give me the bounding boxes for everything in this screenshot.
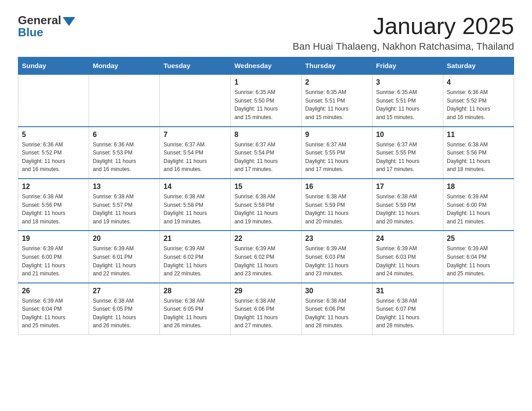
calendar-cell: 6Sunrise: 6:36 AMSunset: 5:53 PMDaylight… bbox=[89, 127, 160, 179]
calendar-cell: 28Sunrise: 6:38 AMSunset: 6:05 PMDayligh… bbox=[160, 283, 231, 335]
day-number: 22 bbox=[234, 235, 297, 243]
day-info: Sunrise: 6:38 AMSunset: 6:07 PMDaylight:… bbox=[376, 297, 439, 330]
calendar-cell: 4Sunrise: 6:36 AMSunset: 5:52 PMDaylight… bbox=[443, 74, 514, 126]
calendar-cell: 21Sunrise: 6:39 AMSunset: 6:02 PMDayligh… bbox=[160, 231, 231, 283]
calendar-cell: 11Sunrise: 6:38 AMSunset: 5:56 PMDayligh… bbox=[443, 127, 514, 179]
calendar-cell bbox=[160, 74, 231, 126]
day-number: 1 bbox=[234, 78, 297, 86]
day-info: Sunrise: 6:35 AMSunset: 5:50 PMDaylight:… bbox=[234, 88, 297, 121]
calendar-table: SundayMondayTuesdayWednesdayThursdayFrid… bbox=[18, 57, 514, 335]
calendar-cell: 30Sunrise: 6:38 AMSunset: 6:06 PMDayligh… bbox=[301, 283, 372, 335]
logo-triangle-icon bbox=[63, 17, 75, 26]
calendar-cell: 22Sunrise: 6:39 AMSunset: 6:02 PMDayligh… bbox=[231, 231, 301, 283]
day-number: 27 bbox=[93, 287, 156, 295]
day-number: 29 bbox=[234, 287, 297, 295]
day-number: 6 bbox=[93, 131, 156, 139]
calendar-cell: 23Sunrise: 6:39 AMSunset: 6:03 PMDayligh… bbox=[301, 231, 372, 283]
calendar-cell: 19Sunrise: 6:39 AMSunset: 6:00 PMDayligh… bbox=[18, 231, 89, 283]
calendar-cell: 26Sunrise: 6:39 AMSunset: 6:04 PMDayligh… bbox=[18, 283, 89, 335]
day-info: Sunrise: 6:36 AMSunset: 5:52 PMDaylight:… bbox=[22, 141, 85, 174]
day-number: 17 bbox=[376, 183, 439, 191]
day-number: 12 bbox=[22, 183, 85, 191]
day-info: Sunrise: 6:39 AMSunset: 6:04 PMDaylight:… bbox=[22, 297, 85, 330]
day-info: Sunrise: 6:35 AMSunset: 5:51 PMDaylight:… bbox=[305, 88, 369, 121]
calendar-cell: 8Sunrise: 6:37 AMSunset: 5:54 PMDaylight… bbox=[231, 127, 301, 179]
calendar-cell: 20Sunrise: 6:39 AMSunset: 6:01 PMDayligh… bbox=[89, 231, 160, 283]
day-info: Sunrise: 6:39 AMSunset: 6:01 PMDaylight:… bbox=[93, 244, 156, 278]
day-number: 8 bbox=[234, 131, 297, 139]
calendar-cell: 3Sunrise: 6:35 AMSunset: 5:51 PMDaylight… bbox=[372, 74, 443, 126]
calendar-cell: 18Sunrise: 6:39 AMSunset: 6:00 PMDayligh… bbox=[443, 179, 514, 231]
calendar-header-row: SundayMondayTuesdayWednesdayThursdayFrid… bbox=[18, 57, 514, 75]
day-number: 20 bbox=[93, 235, 156, 243]
day-number: 13 bbox=[93, 183, 156, 191]
calendar-cell: 14Sunrise: 6:38 AMSunset: 5:58 PMDayligh… bbox=[160, 179, 231, 231]
day-number: 3 bbox=[376, 78, 439, 86]
calendar-cell: 16Sunrise: 6:38 AMSunset: 5:59 PMDayligh… bbox=[301, 179, 372, 231]
title-area: January 2025 Ban Huai Thalaeng, Nakhon R… bbox=[293, 13, 515, 52]
day-number: 15 bbox=[234, 183, 297, 191]
calendar-cell: 24Sunrise: 6:39 AMSunset: 6:03 PMDayligh… bbox=[372, 231, 443, 283]
day-number: 31 bbox=[376, 287, 439, 295]
day-number: 19 bbox=[22, 235, 85, 243]
header-thursday: Thursday bbox=[301, 57, 372, 75]
day-number: 25 bbox=[447, 235, 510, 243]
header-wednesday: Wednesday bbox=[231, 57, 301, 75]
day-info: Sunrise: 6:38 AMSunset: 5:58 PMDaylight:… bbox=[163, 193, 227, 226]
day-info: Sunrise: 6:38 AMSunset: 5:59 PMDaylight:… bbox=[376, 193, 439, 226]
day-info: Sunrise: 6:37 AMSunset: 5:55 PMDaylight:… bbox=[305, 141, 369, 174]
calendar-title: January 2025 bbox=[293, 13, 515, 39]
day-info: Sunrise: 6:39 AMSunset: 6:00 PMDaylight:… bbox=[22, 244, 85, 278]
day-info: Sunrise: 6:38 AMSunset: 6:05 PMDaylight:… bbox=[163, 297, 227, 330]
calendar-cell: 12Sunrise: 6:38 AMSunset: 5:56 PMDayligh… bbox=[18, 179, 89, 231]
day-info: Sunrise: 6:39 AMSunset: 6:00 PMDaylight:… bbox=[447, 193, 510, 226]
day-info: Sunrise: 6:38 AMSunset: 6:06 PMDaylight:… bbox=[305, 297, 369, 330]
day-number: 26 bbox=[22, 287, 85, 295]
calendar-cell: 2Sunrise: 6:35 AMSunset: 5:51 PMDaylight… bbox=[301, 74, 372, 126]
calendar-cell: 25Sunrise: 6:39 AMSunset: 6:04 PMDayligh… bbox=[443, 231, 514, 283]
day-number: 7 bbox=[163, 131, 227, 139]
calendar-cell: 9Sunrise: 6:37 AMSunset: 5:55 PMDaylight… bbox=[301, 127, 372, 179]
day-info: Sunrise: 6:38 AMSunset: 6:05 PMDaylight:… bbox=[93, 297, 156, 330]
day-info: Sunrise: 6:38 AMSunset: 5:59 PMDaylight:… bbox=[305, 193, 369, 226]
day-number: 14 bbox=[163, 183, 227, 191]
week-row-3: 12Sunrise: 6:38 AMSunset: 5:56 PMDayligh… bbox=[18, 179, 514, 231]
calendar-cell: 17Sunrise: 6:38 AMSunset: 5:59 PMDayligh… bbox=[372, 179, 443, 231]
day-info: Sunrise: 6:36 AMSunset: 5:53 PMDaylight:… bbox=[93, 141, 156, 174]
calendar-cell: 1Sunrise: 6:35 AMSunset: 5:50 PMDaylight… bbox=[231, 74, 301, 126]
header-friday: Friday bbox=[372, 57, 443, 75]
day-info: Sunrise: 6:39 AMSunset: 6:04 PMDaylight:… bbox=[447, 244, 510, 278]
calendar-cell bbox=[18, 74, 89, 126]
day-info: Sunrise: 6:38 AMSunset: 6:06 PMDaylight:… bbox=[234, 297, 297, 330]
day-info: Sunrise: 6:35 AMSunset: 5:51 PMDaylight:… bbox=[376, 88, 439, 121]
calendar-cell: 7Sunrise: 6:37 AMSunset: 5:54 PMDaylight… bbox=[160, 127, 231, 179]
day-number: 28 bbox=[163, 287, 227, 295]
day-info: Sunrise: 6:37 AMSunset: 5:55 PMDaylight:… bbox=[376, 141, 439, 174]
day-info: Sunrise: 6:36 AMSunset: 5:52 PMDaylight:… bbox=[447, 88, 510, 121]
week-row-5: 26Sunrise: 6:39 AMSunset: 6:04 PMDayligh… bbox=[18, 283, 514, 335]
day-info: Sunrise: 6:39 AMSunset: 6:03 PMDaylight:… bbox=[376, 244, 439, 278]
week-row-1: 1Sunrise: 6:35 AMSunset: 5:50 PMDaylight… bbox=[18, 74, 514, 126]
day-info: Sunrise: 6:37 AMSunset: 5:54 PMDaylight:… bbox=[163, 141, 227, 174]
day-number: 21 bbox=[163, 235, 227, 243]
header: General Blue January 2025 Ban Huai Thala… bbox=[18, 13, 514, 52]
calendar-cell: 31Sunrise: 6:38 AMSunset: 6:07 PMDayligh… bbox=[372, 283, 443, 335]
day-number: 16 bbox=[305, 183, 369, 191]
calendar-cell: 10Sunrise: 6:37 AMSunset: 5:55 PMDayligh… bbox=[372, 127, 443, 179]
header-tuesday: Tuesday bbox=[160, 57, 231, 75]
calendar-cell: 15Sunrise: 6:38 AMSunset: 5:58 PMDayligh… bbox=[231, 179, 301, 231]
day-number: 9 bbox=[305, 131, 369, 139]
day-info: Sunrise: 6:39 AMSunset: 6:02 PMDaylight:… bbox=[234, 244, 297, 278]
day-number: 2 bbox=[305, 78, 369, 86]
day-info: Sunrise: 6:39 AMSunset: 6:02 PMDaylight:… bbox=[163, 244, 227, 278]
day-number: 24 bbox=[376, 235, 439, 243]
day-info: Sunrise: 6:38 AMSunset: 5:57 PMDaylight:… bbox=[93, 193, 156, 226]
day-info: Sunrise: 6:38 AMSunset: 5:56 PMDaylight:… bbox=[22, 193, 85, 226]
calendar-cell bbox=[443, 283, 514, 335]
day-number: 5 bbox=[22, 131, 85, 139]
day-info: Sunrise: 6:38 AMSunset: 5:56 PMDaylight:… bbox=[447, 141, 510, 174]
week-row-4: 19Sunrise: 6:39 AMSunset: 6:00 PMDayligh… bbox=[18, 231, 514, 283]
week-row-2: 5Sunrise: 6:36 AMSunset: 5:52 PMDaylight… bbox=[18, 127, 514, 179]
day-info: Sunrise: 6:37 AMSunset: 5:54 PMDaylight:… bbox=[234, 141, 297, 174]
day-number: 10 bbox=[376, 131, 439, 139]
